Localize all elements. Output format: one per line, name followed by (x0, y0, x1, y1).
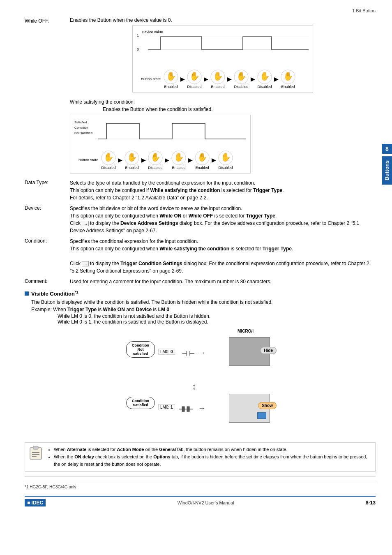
button-states-row: ✋ Enabled ▶ ✋ Disabled (163, 69, 296, 89)
state-label-6: Enabled (281, 85, 295, 89)
svg-rect-25 (182, 407, 184, 412)
arrow-right-top: → (198, 349, 205, 357)
state-label-5: Disabled (257, 85, 272, 89)
note-list: When Alternate is selected for Action Mo… (47, 446, 372, 468)
while-satisfying-description: Enables the Button when the condition is… (103, 106, 251, 112)
hide-button: Hide (260, 347, 277, 354)
arrow-2: ▶ (204, 76, 208, 82)
device-def: Specifies the bit device or bit of the w… (70, 205, 376, 234)
arrow-4: ▶ (251, 76, 255, 82)
while-off-content: Enables the Button when the device value… (70, 17, 376, 92)
notepad-icon (28, 446, 43, 461)
datatype-row: Data Type: Selects the type of data hand… (25, 179, 376, 201)
cond-state-6: ✋ Disabled (218, 150, 233, 170)
button-highlight (257, 412, 266, 419)
while-satisfying-diagram: Satisfied Condition Not satisfied Button… (70, 115, 251, 173)
svg-text:✋: ✋ (213, 71, 223, 81)
cond-hand-4: ✋ (171, 150, 187, 166)
cond-label-2: Enabled (125, 166, 138, 170)
button-states-container: Button state ✋ Enabled ▶ (136, 69, 309, 89)
state-label-2: Disabled (187, 85, 201, 89)
hand-disabled-1: ✋ (187, 69, 202, 85)
satisfied-label: Satisfied (74, 120, 87, 124)
y-label-0: 0 (137, 47, 139, 51)
while-off-label: While OFF: (25, 17, 70, 24)
cond-label-3: Disabled (148, 166, 162, 170)
state-4: ✋ Disabled (233, 69, 249, 89)
datatype-term: Data Type: (25, 179, 70, 185)
not-satisfied-label: Not satisfied (74, 131, 92, 135)
page-header: 1 Bit Button (25, 8, 376, 13)
device-row: Device: Specifies the bit device or bit … (25, 205, 376, 234)
state-6: ✋ Enabled (280, 69, 296, 89)
footer-center: WindO/I-NV2 User's Manual (178, 500, 234, 505)
while-off-diagram: 1 0 Device value Button state (132, 25, 313, 92)
cond-state-3: ✋ Disabled (148, 150, 163, 170)
show-button: Show (258, 402, 277, 409)
example-lines: While LM 0 is 0, the condition is not sa… (58, 313, 376, 325)
svg-rect-27 (187, 407, 189, 412)
micro-label: MICRO/I (238, 329, 254, 333)
comment-def: Used for entering a comment for the inpu… (70, 278, 376, 285)
visible-condition-title: Visible Condition*1 (31, 290, 78, 297)
sidebar-label: Buttons (382, 156, 392, 185)
note-box: When Alternate is selected for Action Mo… (25, 442, 376, 472)
cond-arrow-1: ▶ (118, 157, 122, 163)
state-3: ✋ Enabled (210, 69, 226, 89)
contact-closed (179, 405, 193, 414)
hand-enabled-1: ✋ (163, 69, 179, 85)
section-divider (25, 476, 376, 477)
visible-condition-section: Visible Condition*1 The Button is displa… (25, 290, 376, 436)
cond-state-4: ✋ Enabled (171, 150, 187, 170)
svg-rect-30 (33, 446, 38, 449)
svg-text:✋: ✋ (260, 71, 270, 81)
footnote-marker: *1 (75, 290, 78, 294)
state-label-4: Disabled (234, 85, 248, 89)
arrow-1: ▶ (180, 76, 185, 82)
visible-condition-heading: Visible Condition*1 (25, 290, 376, 297)
state-2: ✋ Disabled (187, 69, 202, 89)
while-satisfying-row: While satisfying the condition: Enables … (25, 99, 376, 173)
note-item-1: When Alternate is selected for Action Mo… (54, 446, 372, 453)
cond-hand-1: ✋ (101, 150, 116, 166)
arrow-5: ▶ (274, 76, 279, 82)
cond-label-5: Enabled (195, 166, 209, 170)
comment-term: Comment: (25, 278, 70, 284)
footnote: *1 HG2G-5F, HG3G/4G only (25, 482, 376, 489)
while-off-waveform: 1 0 Device value (136, 29, 309, 66)
visible-condition-diagram: MICRO/I ConditionNotsatisfied LM0: 0 ⊣ ⊢… (122, 329, 278, 436)
condition-button-states: Button state ✋ Disabled ▶ (74, 150, 247, 170)
svg-text:✋: ✋ (189, 71, 200, 81)
condition-not-satisfied-box: ConditionNotsatisfied (126, 341, 155, 358)
arrow-right-bottom: → (198, 404, 205, 413)
visible-condition-desc: The Button is displayed while the condit… (31, 299, 376, 305)
device-waveform-line (148, 37, 309, 50)
note-content: When Alternate is selected for Action Mo… (47, 446, 372, 468)
cond-arrow-4: ▶ (188, 157, 193, 163)
footer-page: 8-13 (366, 500, 376, 506)
cond-hand-5: ✋ (194, 150, 210, 166)
idec-logo: ■ IDEC (25, 499, 46, 506)
hand-disabled-2: ✋ (233, 69, 249, 85)
svg-text:✋: ✋ (283, 71, 293, 81)
cond-label-1: Disabled (101, 166, 115, 170)
sidebar-number: 8 (382, 144, 392, 154)
condition-btn-state-label: Button state (74, 158, 98, 162)
lm0-one-label: LM0: 1 (158, 404, 175, 410)
device-value-label: Device value (142, 30, 163, 34)
cond-state-5: ✋ Enabled (194, 150, 210, 170)
example-label: Example: When Trigger Type is While ON a… (31, 307, 376, 312)
footer: ■ IDEC WindO/I-NV2 User's Manual 8-13 (25, 496, 376, 506)
cond-label-6: Disabled (218, 166, 233, 170)
svg-text:✋: ✋ (127, 152, 137, 162)
svg-text:✋: ✋ (221, 152, 231, 162)
hand-enabled-2: ✋ (210, 69, 226, 85)
descriptions-section: Data Type: Selects the type of data hand… (25, 179, 376, 285)
state-label-1: Enabled (164, 85, 178, 89)
cond-hand-3: ✋ (148, 150, 163, 166)
datatype-def: Selects the type of data handled by the … (70, 179, 376, 201)
svg-text:✋: ✋ (150, 152, 161, 162)
note-icon (28, 446, 43, 461)
note-item-2: When the ON delay check box is selected … (54, 453, 372, 468)
cond-hand-2: ✋ (124, 150, 140, 166)
